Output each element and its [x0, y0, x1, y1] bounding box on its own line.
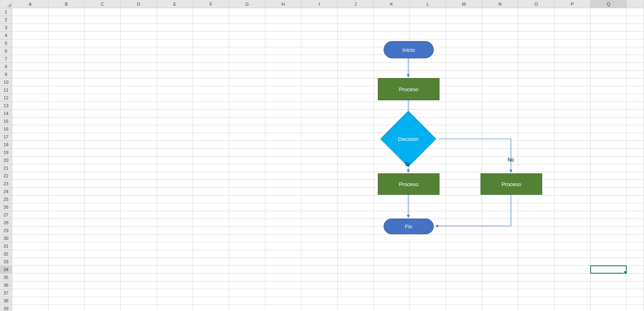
row-headers: 1234567891011121314151617181920212223242… — [0, 8, 12, 311]
column-header-Q[interactable]: Q — [591, 0, 627, 8]
flowchart-process-1[interactable]: Proceso — [378, 78, 439, 100]
select-all-corner[interactable] — [0, 0, 12, 8]
column-header-C[interactable]: C — [85, 0, 121, 8]
cell-grid[interactable] — [12, 8, 644, 311]
row-header-27[interactable]: 27 — [0, 211, 12, 219]
row-header-1[interactable]: 1 — [0, 8, 12, 16]
row-header-38[interactable]: 38 — [0, 297, 12, 305]
row-header-3[interactable]: 3 — [0, 24, 12, 32]
row-header-35[interactable]: 35 — [0, 274, 12, 281]
column-header-H[interactable]: H — [265, 0, 301, 8]
row-header-6[interactable]: 6 — [0, 47, 12, 55]
column-header-N[interactable]: N — [482, 0, 518, 8]
column-header-O[interactable]: O — [518, 0, 554, 8]
row-header-2[interactable]: 2 — [0, 16, 12, 24]
row-header-24[interactable]: 24 — [0, 188, 12, 196]
flowchart-process-no[interactable]: Proceso — [481, 173, 542, 195]
column-header-E[interactable]: E — [157, 0, 193, 8]
column-header-K[interactable]: K — [374, 0, 410, 8]
row-header-26[interactable]: 26 — [0, 203, 12, 211]
column-header-G[interactable]: G — [229, 0, 265, 8]
row-header-20[interactable]: 20 — [0, 157, 12, 164]
row-header-21[interactable]: 21 — [0, 164, 12, 172]
flowchart-end-label: Fin — [405, 223, 412, 230]
column-header-M[interactable]: M — [446, 0, 482, 8]
row-header-23[interactable]: 23 — [0, 180, 12, 188]
column-header-F[interactable]: F — [193, 0, 229, 8]
row-header-32[interactable]: 32 — [0, 250, 12, 258]
row-header-16[interactable]: 16 — [0, 125, 12, 133]
flowchart-decision[interactable]: Decisión — [378, 123, 439, 154]
column-header-A[interactable]: A — [12, 0, 48, 8]
flowchart-process-1-label: Proceso — [399, 86, 419, 92]
row-header-29[interactable]: 29 — [0, 227, 12, 235]
flowchart-decision-label: Decisión — [398, 136, 419, 142]
column-headers: ABCDEFGHIJKLMNOPQ — [12, 0, 644, 8]
column-header-partial[interactable] — [627, 0, 644, 8]
flowchart-start-label: Inicio — [402, 47, 415, 53]
flowchart-start[interactable]: Inicio — [384, 41, 434, 58]
row-header-11[interactable]: 11 — [0, 86, 12, 94]
flowchart-process-yes-label: Proceso — [399, 181, 419, 187]
row-header-18[interactable]: 18 — [0, 141, 12, 149]
row-header-30[interactable]: 30 — [0, 235, 12, 242]
row-header-28[interactable]: 28 — [0, 219, 12, 227]
flowchart-end[interactable]: Fin — [384, 219, 434, 234]
spreadsheet-area: ABCDEFGHIJKLMNOPQ 1234567891011121314151… — [0, 0, 644, 311]
row-header-8[interactable]: 8 — [0, 63, 12, 71]
row-header-15[interactable]: 15 — [0, 117, 12, 125]
row-header-9[interactable]: 9 — [0, 71, 12, 78]
row-header-7[interactable]: 7 — [0, 55, 12, 63]
row-header-34[interactable]: 34 — [0, 266, 12, 274]
row-header-31[interactable]: 31 — [0, 242, 12, 250]
row-header-12[interactable]: 12 — [0, 94, 12, 102]
row-header-39[interactable]: 39 — [0, 305, 12, 311]
row-header-36[interactable]: 36 — [0, 281, 12, 289]
row-header-4[interactable]: 4 — [0, 32, 12, 39]
column-header-B[interactable]: B — [48, 0, 85, 8]
row-header-22[interactable]: 22 — [0, 172, 12, 180]
column-header-P[interactable]: P — [554, 0, 591, 8]
row-header-33[interactable]: 33 — [0, 258, 12, 266]
row-header-10[interactable]: 10 — [0, 78, 12, 86]
row-header-5[interactable]: 5 — [0, 39, 12, 47]
column-header-I[interactable]: I — [301, 0, 338, 8]
row-header-37[interactable]: 37 — [0, 289, 12, 297]
row-header-14[interactable]: 14 — [0, 110, 12, 117]
flowchart-process-no-label: Proceso — [501, 181, 521, 187]
row-header-17[interactable]: 17 — [0, 133, 12, 141]
column-header-D[interactable]: D — [121, 0, 157, 8]
row-header-19[interactable]: 19 — [0, 149, 12, 157]
column-header-L[interactable]: L — [410, 0, 446, 8]
row-header-13[interactable]: 13 — [0, 102, 12, 110]
column-header-J[interactable]: J — [338, 0, 374, 8]
flowchart-process-yes[interactable]: Proceso — [378, 173, 439, 195]
row-header-25[interactable]: 25 — [0, 196, 12, 203]
